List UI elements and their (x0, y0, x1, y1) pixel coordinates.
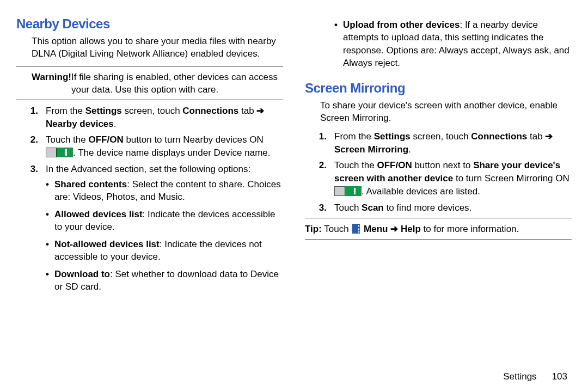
right-column: Upload from other devices: If a nearby d… (305, 16, 572, 301)
footer-section: Settings (503, 371, 536, 382)
steps-list: From the Settings screen, touch Connecti… (305, 130, 572, 215)
divider (305, 218, 572, 218)
toggle-on-icon (46, 148, 73, 157)
divider (305, 240, 572, 240)
two-column-layout: Nearby Devices This option allows you to… (16, 16, 572, 301)
tip-block: Tip: Touch Menu ➔ Help to for more infor… (305, 223, 572, 235)
step-3: Touch Scan to find more devices. (305, 201, 572, 215)
steps-list: From the Settings screen, touch Connecti… (16, 105, 283, 298)
heading-screen-mirroring: Screen Mirroring (305, 81, 572, 96)
bullet-list: Shared contents: Select the content to s… (46, 178, 283, 293)
warning-label: Warning! (16, 71, 71, 83)
page-footer: Settings103 (503, 371, 567, 382)
arrow-icon: ➔ (256, 106, 264, 116)
bullet-shared-contents: Shared contents: Select the content to s… (46, 178, 283, 204)
step-1: From the Settings screen, touch Connecti… (305, 130, 572, 156)
intro-text: This option allows you to share your med… (16, 35, 283, 60)
divider (16, 66, 283, 66)
heading-nearby-devices: Nearby Devices (16, 16, 283, 32)
bullet-list-continued: Upload from other devices: If a nearby d… (334, 19, 572, 70)
menu-icon (352, 224, 360, 234)
step-2: Touch the OFF/ON button next to Share yo… (305, 159, 572, 198)
arrow-icon: ➔ (545, 131, 553, 142)
warning-text: If file sharing is enabled, other device… (71, 71, 283, 96)
intro-text: To share your device's screen with anoth… (305, 99, 572, 125)
step-2: Touch the OFF/ON button to turn Nearby d… (16, 133, 283, 160)
step-3: In the Advanced section, set the followi… (16, 163, 283, 297)
warning-block: Warning! If file sharing is enabled, oth… (16, 71, 283, 96)
toggle-on-icon (334, 186, 362, 196)
bullet-not-allowed-devices: Not-allowed devices list: Indicate the d… (46, 238, 283, 264)
bullet-upload-from-other: Upload from other devices: If a nearby d… (334, 19, 572, 70)
left-column: Nearby Devices This option allows you to… (16, 16, 283, 301)
footer-page-number: 103 (552, 371, 567, 382)
arrow-icon: ➔ (390, 224, 398, 234)
bullet-download-to: Download to: Set whether to download dat… (46, 268, 283, 293)
document-page: Nearby Devices This option allows you to… (0, 0, 588, 392)
tip-label: Tip: (305, 224, 322, 234)
bullet-allowed-devices: Allowed devices list: Indicate the devic… (46, 208, 283, 234)
step-1: From the Settings screen, touch Connecti… (16, 105, 283, 131)
divider (16, 100, 283, 100)
